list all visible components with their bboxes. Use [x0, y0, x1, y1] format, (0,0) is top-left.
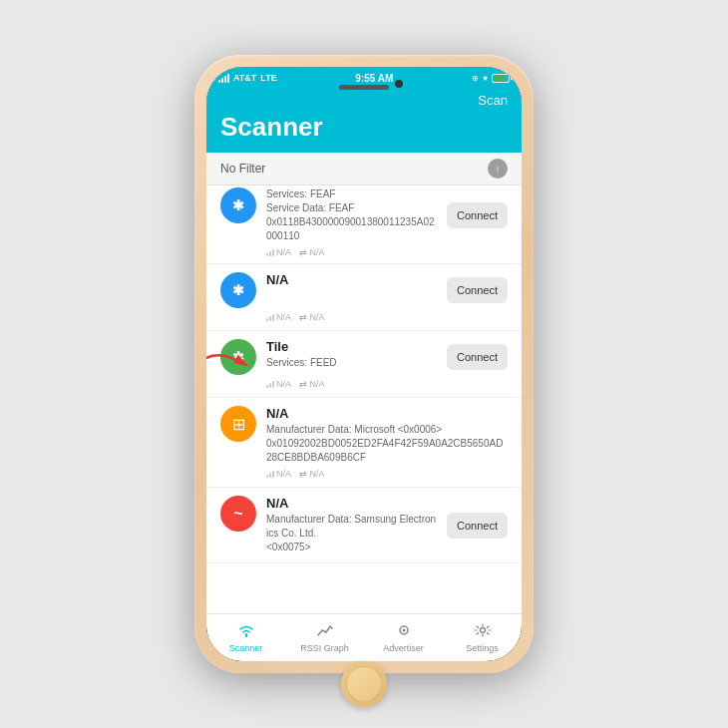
app-header: Scan Scanner	[206, 89, 522, 153]
svg-point-3	[480, 627, 485, 632]
device-name: N/A	[266, 406, 508, 421]
screen: AT&T LTE 9:55 AM ⊕ ★ Scan Scanner	[206, 67, 522, 661]
filter-label: No Filter	[220, 162, 265, 176]
device-info: Tile Services: FEED	[266, 339, 437, 370]
tab-settings[interactable]: Settings	[443, 614, 522, 661]
device-name: N/A	[266, 496, 437, 511]
device-icon: ✱	[220, 272, 256, 308]
device-detail: 0x01092002BD0052ED2FA4F42F59A0A2CB5650AD	[266, 437, 508, 451]
phone-frame: AT&T LTE 9:55 AM ⊕ ★ Scan Scanner	[194, 55, 534, 673]
connect-button[interactable]: Connect	[447, 513, 508, 539]
tab-rssi-graph[interactable]: RSSI Graph	[285, 614, 364, 661]
connect-button[interactable]: Connect	[447, 344, 508, 370]
device-info: N/A Manufacturer Data: Samsung Electroni…	[266, 496, 437, 554]
signal-strength-1: N/A	[266, 379, 291, 389]
svg-point-2	[402, 628, 405, 631]
page-title: Scanner	[220, 112, 508, 143]
device-detail: Services: FEED	[266, 356, 437, 370]
phone-camera	[395, 80, 403, 88]
status-bar-left: AT&T LTE	[218, 73, 277, 83]
phone-speaker	[339, 85, 389, 90]
device-detail: 0x0118B43000009001380011235A02000110	[266, 215, 437, 243]
device-detail: Manufacturer Data: Samsung Electronics C…	[266, 513, 437, 541]
filter-bar: No Filter ↑	[206, 153, 522, 185]
connect-button[interactable]: Connect	[447, 277, 508, 303]
signal-strength-1: N/A	[266, 312, 291, 322]
device-item-wrapper: ~ N/A Manufacturer Data: Samsung Electro…	[206, 488, 522, 563]
tab-bar: Scanner RSSI Graph	[206, 613, 522, 661]
device-detail: Manufacturer Data: Microsoft <0x0006>	[266, 423, 508, 437]
status-bar-right: ⊕ ★	[472, 74, 510, 83]
signal-strength-1: N/A	[266, 247, 291, 257]
advertiser-tab-label: Advertiser	[383, 643, 424, 653]
device-name: Tile	[266, 339, 437, 354]
device-item-wrapper: ✱ N/A Connect	[206, 264, 522, 331]
scan-button[interactable]: Scan	[478, 93, 508, 108]
device-info: N/A	[266, 272, 437, 289]
list-item: ✱ N/A Connect	[206, 264, 522, 331]
battery-icon	[492, 74, 510, 83]
device-detail: 28CE8BDBA609B6CF	[266, 451, 508, 465]
tab-advertiser[interactable]: Advertiser	[364, 614, 443, 661]
device-detail: <0x0075>	[266, 541, 437, 554]
upload-icon[interactable]: ↑	[488, 159, 508, 179]
home-button[interactable]	[341, 661, 387, 707]
scanner-tab-label: Scanner	[229, 643, 263, 653]
list-item: ✱ Services: FEAF Service Data: FEAF 0x01…	[206, 185, 522, 264]
device-info: Services: FEAF Service Data: FEAF 0x0118…	[266, 187, 437, 243]
device-item-wrapper: ✱ Tile Services: FEED Connect	[206, 331, 522, 398]
list-item: ⊞ N/A Manufacturer Data: Microsoft <0x00…	[206, 398, 522, 488]
wifi-icon: ⊕	[472, 74, 479, 83]
signal-strength-2: ⇄ N/A	[299, 469, 325, 479]
bluetooth-icon: ★	[482, 74, 489, 83]
signal-strength-2: ⇄ N/A	[299, 247, 325, 257]
settings-tab-icon	[474, 623, 492, 641]
phone-screen-inner: AT&T LTE 9:55 AM ⊕ ★ Scan Scanner	[206, 67, 522, 661]
carrier-label: AT&T	[233, 73, 256, 83]
scanner-tab-icon	[237, 623, 255, 641]
advertiser-tab-icon	[395, 623, 413, 641]
rssi-graph-tab-icon	[316, 623, 334, 641]
signal-strength-2: ⇄ N/A	[299, 379, 325, 389]
status-time: 9:55 AM	[355, 73, 393, 84]
device-detail: Services: FEAF	[266, 187, 437, 201]
device-info: N/A Manufacturer Data: Microsoft <0x0006…	[266, 406, 508, 465]
signal-strength-2: ⇄ N/A	[299, 312, 325, 322]
rssi-graph-tab-label: RSSI Graph	[300, 643, 349, 653]
device-name: N/A	[266, 272, 437, 287]
connect-button[interactable]: Connect	[447, 202, 508, 228]
list-item: ~ N/A Manufacturer Data: Samsung Electro…	[206, 488, 522, 563]
device-icon: ⊞	[220, 406, 256, 442]
signal-strength-1: N/A	[266, 469, 291, 479]
device-item-wrapper: ⊞ N/A Manufacturer Data: Microsoft <0x00…	[206, 398, 522, 488]
network-label: LTE	[260, 73, 276, 83]
device-icon: ✱	[220, 187, 256, 223]
device-list: ✱ Services: FEAF Service Data: FEAF 0x01…	[206, 185, 522, 613]
tab-scanner[interactable]: Scanner	[206, 614, 285, 661]
device-icon: ~	[220, 496, 256, 532]
settings-tab-label: Settings	[466, 643, 499, 653]
signal-bars	[218, 74, 229, 83]
device-detail: Service Data: FEAF	[266, 201, 437, 215]
red-arrow-annotation	[206, 350, 254, 380]
